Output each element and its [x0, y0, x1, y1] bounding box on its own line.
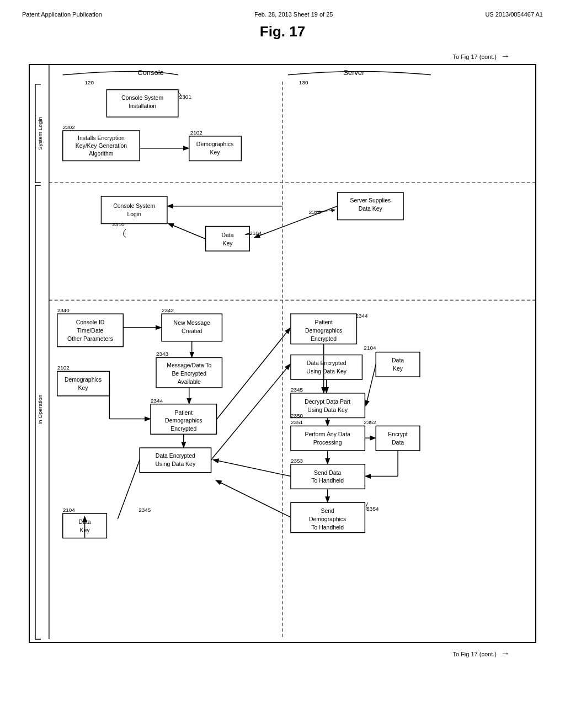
svg-text:Key: Key: [80, 527, 90, 533]
fig-title: Fig. 17: [22, 23, 543, 40]
svg-text:2344: 2344: [355, 313, 368, 319]
svg-text:Send Data: Send Data: [314, 470, 342, 476]
svg-text:New Message: New Message: [174, 320, 210, 326]
svg-text:Demographics: Demographics: [305, 328, 342, 334]
svg-line-109: [217, 329, 290, 420]
svg-text:Key: Key: [78, 385, 89, 391]
svg-text:To Handheld: To Handheld: [311, 478, 344, 484]
svg-text:Patient: Patient: [175, 410, 193, 416]
page: Patent Application Publication Feb. 28, …: [0, 0, 565, 728]
svg-text:Data Encrypted: Data Encrypted: [156, 453, 195, 459]
svg-text:Patient: Patient: [315, 319, 333, 325]
svg-text:2104: 2104: [364, 345, 376, 351]
svg-rect-70: [291, 314, 356, 344]
svg-rect-44: [162, 314, 222, 341]
svg-text:Message/Data To: Message/Data To: [167, 362, 211, 368]
svg-text:2343: 2343: [156, 351, 169, 357]
svg-text:Key/Key Generation: Key/Key Generation: [76, 143, 127, 149]
svg-text:2104: 2104: [63, 507, 76, 513]
svg-text:Time/Date: Time/Date: [77, 328, 104, 334]
svg-text:2344: 2344: [151, 398, 163, 404]
svg-text:Be Encrypted: Be Encrypted: [172, 371, 206, 377]
svg-text:2345: 2345: [291, 387, 303, 393]
svg-text:2352: 2352: [364, 419, 376, 425]
svg-text:Key: Key: [210, 149, 221, 156]
svg-text:Demographics: Demographics: [309, 516, 346, 522]
svg-text:Algorithm: Algorithm: [89, 151, 113, 157]
header-right: US 2013/0054467 A1: [485, 11, 543, 18]
svg-text:Encrypted: Encrypted: [170, 426, 196, 432]
svg-rect-24: [101, 196, 167, 224]
svg-text:2340: 2340: [57, 307, 70, 313]
svg-rect-75: [291, 355, 362, 379]
svg-line-113: [366, 364, 376, 405]
svg-text:2102: 2102: [57, 365, 70, 371]
svg-text:Processing: Processing: [313, 440, 342, 446]
svg-text:Installation: Installation: [129, 103, 156, 109]
svg-text:130: 130: [299, 79, 308, 85]
svg-line-120: [214, 460, 291, 477]
svg-rect-31: [206, 226, 250, 251]
svg-text:Console: Console: [137, 68, 163, 77]
svg-rect-82: [291, 393, 365, 418]
svg-text:2301: 2301: [179, 94, 192, 100]
svg-text:Demographics: Demographics: [165, 417, 202, 424]
svg-text:Using Data Key: Using Data Key: [306, 368, 347, 374]
svg-rect-48: [156, 357, 222, 388]
svg-rect-62: [140, 448, 211, 473]
svg-text:Console System: Console System: [121, 95, 163, 101]
svg-text:2104: 2104: [249, 230, 262, 236]
svg-text:Data Key: Data Key: [359, 206, 383, 212]
svg-text:2302: 2302: [63, 124, 76, 130]
to-fig-cont-top: To Fig 17 (cont.) →: [22, 51, 543, 61]
svg-rect-14: [189, 136, 242, 161]
svg-rect-10: [106, 90, 178, 117]
svg-text:Available: Available: [178, 379, 201, 385]
svg-text:To Handheld: To Handheld: [311, 524, 344, 531]
svg-text:Demographics: Demographics: [65, 377, 102, 383]
svg-rect-57: [151, 404, 216, 435]
svg-text:2310: 2310: [112, 222, 125, 228]
svg-text:2354: 2354: [366, 506, 379, 512]
svg-text:Installs Encryption: Installs Encryption: [78, 135, 125, 141]
svg-rect-95: [291, 464, 365, 489]
svg-text:Key: Key: [222, 240, 233, 247]
svg-text:Decrypt Data Part: Decrypt Data Part: [305, 399, 350, 405]
page-header: Patent Application Publication Feb. 28, …: [22, 11, 543, 18]
svg-text:Data Encrypted: Data Encrypted: [307, 360, 347, 366]
svg-text:Encrypted: Encrypted: [311, 336, 337, 342]
diagram-svg: Console System Installation 2301 Demogra…: [30, 65, 535, 642]
svg-text:Using Data Key: Using Data Key: [307, 407, 348, 413]
svg-text:Data: Data: [392, 440, 404, 446]
svg-text:System Login: System Login: [37, 117, 43, 150]
svg-text:Login: Login: [127, 211, 141, 217]
svg-text:Console System: Console System: [113, 203, 155, 209]
svg-rect-18: [63, 131, 140, 161]
svg-rect-53: [57, 371, 110, 396]
svg-text:2345: 2345: [138, 507, 151, 513]
header-center: Feb. 28, 2013 Sheet 19 of 25: [254, 11, 333, 18]
svg-text:Encrypt: Encrypt: [388, 431, 408, 437]
svg-rect-91: [376, 426, 420, 451]
svg-text:120: 120: [85, 79, 94, 85]
svg-text:Key: Key: [393, 366, 403, 372]
svg-line-110: [211, 365, 290, 460]
svg-text:Send: Send: [321, 508, 334, 514]
svg-text:2353: 2353: [291, 458, 303, 464]
svg-text:Using Data Key: Using Data Key: [156, 461, 196, 467]
svg-rect-87: [291, 426, 365, 451]
svg-text:2350: 2350: [291, 413, 303, 419]
diagram-container: Console System Installation 2301 Demogra…: [29, 64, 536, 643]
to-fig-cont-bottom: To Fig 17 (cont.) →: [22, 649, 543, 659]
svg-line-124: [217, 481, 291, 517]
svg-text:Created: Created: [182, 328, 202, 334]
svg-text:Console ID: Console ID: [76, 319, 105, 325]
svg-text:2102: 2102: [190, 130, 203, 136]
svg-text:Data: Data: [79, 519, 91, 525]
svg-line-38: [169, 224, 206, 239]
svg-rect-27: [338, 192, 403, 220]
svg-text:2351: 2351: [291, 419, 303, 425]
svg-text:Data: Data: [221, 232, 233, 238]
svg-text:Perform Any Data: Perform Any Data: [305, 431, 350, 437]
svg-text:2342: 2342: [162, 307, 174, 313]
